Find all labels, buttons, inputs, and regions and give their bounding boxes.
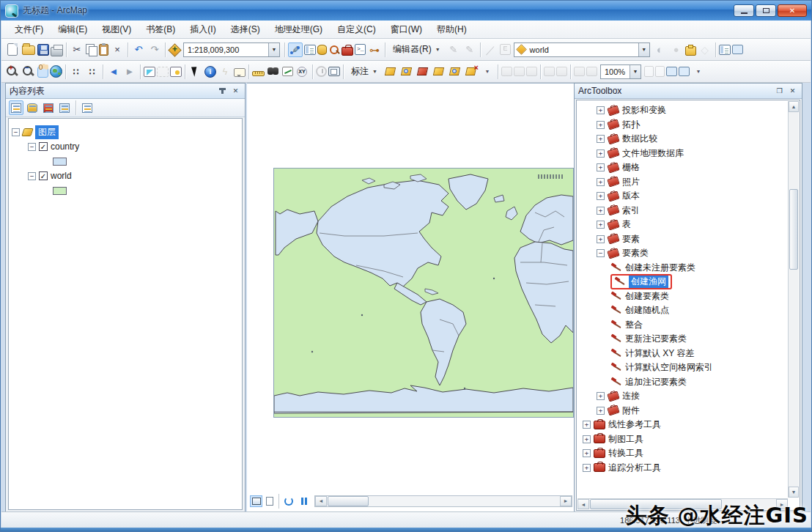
toolbox-toolset-row[interactable]: +附件 <box>578 404 787 418</box>
expand-icon[interactable]: + <box>597 121 605 129</box>
layout-zoom-out-icon[interactable] <box>514 67 525 76</box>
collapse-icon[interactable]: − <box>597 249 605 257</box>
toolset-label[interactable]: 投影和变换 <box>622 104 666 117</box>
toolbox-toolset-row[interactable]: +表 <box>578 218 787 232</box>
toolbox-toolset-row[interactable]: +连接 <box>578 389 787 404</box>
layout-zoom-100-icon[interactable] <box>586 67 597 76</box>
select-elements-icon[interactable] <box>188 64 203 79</box>
toolbox-toolset-row[interactable]: +栅格 <box>578 160 787 175</box>
expand-icon[interactable]: + <box>597 192 605 200</box>
catalog-window-icon[interactable] <box>317 45 327 55</box>
modelbuilder-icon[interactable]: ⊶ <box>367 43 382 57</box>
toolset-label[interactable]: 拓扑 <box>622 119 640 131</box>
scroll-down-icon[interactable]: ▼ <box>789 487 799 498</box>
layout-fixed-zoom-out-icon[interactable] <box>556 67 567 76</box>
attribute-table-window-icon[interactable] <box>719 45 731 55</box>
maximize-button[interactable] <box>756 4 776 17</box>
tool-label[interactable]: 计算默认 XY 容差 <box>625 347 694 360</box>
zoom-in-icon[interactable] <box>5 64 20 79</box>
template-properties-icon[interactable] <box>732 45 743 54</box>
menu-item-视图[interactable]: 视图(V) <box>95 21 139 38</box>
arctoolbox-window-icon[interactable] <box>342 47 353 56</box>
toolbox-toolbox-row[interactable]: +制图工具 <box>578 432 787 447</box>
menu-item-地理处理[interactable]: 地理处理(G) <box>267 21 330 38</box>
go-to-xy-icon[interactable]: XY <box>295 64 309 79</box>
new-document-icon[interactable] <box>7 43 18 56</box>
html-popup-icon[interactable] <box>234 68 246 77</box>
toolbox-tool-row[interactable]: 创建随机点 <box>578 303 787 318</box>
toolbox-toolset-row[interactable]: +索引 <box>578 204 787 218</box>
combo-dropdown-icon[interactable]: ▼ <box>268 43 279 56</box>
toolbox-toolset-row[interactable]: +版本 <box>578 189 787 204</box>
map-data-frame[interactable] <box>273 168 574 418</box>
undo-icon[interactable]: ↶ <box>131 43 146 57</box>
menu-item-插入[interactable]: 插入(I) <box>182 21 223 38</box>
menu-item-选择[interactable]: 选择(S) <box>224 21 267 38</box>
tool-label[interactable]: 追加注记要素类 <box>625 376 687 388</box>
toolbox-close-icon[interactable]: ✕ <box>787 86 798 96</box>
toolset-label[interactable]: 索引 <box>622 204 640 217</box>
layout-zoom-in-icon[interactable] <box>501 67 512 76</box>
time-slider-icon[interactable] <box>316 66 327 77</box>
expand-icon[interactable]: + <box>597 392 605 400</box>
scroll-left-icon[interactable]: ◄ <box>315 496 327 506</box>
copy-icon[interactable] <box>86 44 97 56</box>
editing-target-combo[interactable]: world▼ <box>514 43 650 57</box>
toolset-label[interactable]: 要素类 <box>622 247 649 259</box>
full-extent-icon[interactable] <box>50 65 62 78</box>
toolbox-tool-row[interactable]: 创建渔网 <box>578 275 787 289</box>
map-scale-combo[interactable]: 1:218,009,300▼ <box>183 43 280 57</box>
expand-icon[interactable]: − <box>12 128 20 136</box>
layer-symbol-swatch[interactable] <box>53 158 67 166</box>
toolbox-tool-row[interactable]: 计算默认 XY 容差 <box>578 347 787 361</box>
expand-icon[interactable]: + <box>583 449 591 457</box>
labeling-overflow-icon[interactable]: ▼ <box>480 64 495 79</box>
pan-icon[interactable] <box>37 66 48 78</box>
back-extent-icon[interactable]: ◄ <box>106 64 121 79</box>
cut-icon[interactable]: ✂ <box>70 43 84 57</box>
toolbox-toolset-row[interactable]: −要素类 <box>578 246 787 261</box>
toolset-label[interactable]: 线性参考工具 <box>608 418 661 431</box>
layout-zoom-whole-page-icon[interactable] <box>574 67 585 76</box>
combo-dropdown-icon[interactable]: ▼ <box>630 65 641 78</box>
forward-extent-icon[interactable]: ► <box>122 64 137 79</box>
select-features-icon[interactable] <box>144 67 155 77</box>
toolset-label[interactable]: 追踪分析工具 <box>608 462 661 474</box>
create-viewer-window-icon[interactable] <box>328 67 340 76</box>
layer-checkbox[interactable]: ✓ <box>39 142 48 151</box>
toolbox-tool-row[interactable]: 追加注记要素类 <box>578 375 787 390</box>
editing-target-combo-value[interactable]: world <box>526 45 638 54</box>
menu-item-文件[interactable]: 文件(F) <box>7 21 51 38</box>
data-driven-page-setup-icon[interactable] <box>679 67 690 76</box>
layout-fixed-zoom-in-icon[interactable] <box>544 67 555 76</box>
labeling-menu-button[interactable]: 标注▼ <box>346 64 383 79</box>
expand-icon[interactable]: + <box>597 221 605 229</box>
map-horizontal-scrollbar[interactable]: ◄ ► <box>314 495 572 507</box>
scroll-thumb[interactable] <box>789 189 798 270</box>
toggle-draft-mode-icon[interactable] <box>644 66 654 77</box>
tool-label[interactable]: 更新注记要素类 <box>625 333 687 345</box>
snapping-icon[interactable]: ◇ <box>698 43 712 57</box>
view-unplaced-labels-icon[interactable] <box>464 64 479 79</box>
scroll-up-icon[interactable]: ▲ <box>789 101 799 112</box>
list-by-selection-icon[interactable] <box>57 100 72 115</box>
options-icon[interactable] <box>80 100 95 115</box>
find-icon[interactable] <box>266 64 281 79</box>
expand-icon[interactable]: + <box>597 235 605 243</box>
layers-group-label[interactable]: 图层 <box>35 125 59 139</box>
toolset-label[interactable]: 表 <box>622 218 631 231</box>
focus-data-frame-icon[interactable] <box>655 66 665 77</box>
tool-label[interactable]: 创建渔网 <box>629 276 668 288</box>
edit-vertices-icon[interactable] <box>288 43 303 57</box>
toolbox-tool-row[interactable]: 更新注记要素类 <box>578 332 787 347</box>
fixed-zoom-in-icon[interactable]: ∷ <box>69 64 84 79</box>
toolset-label[interactable]: 附件 <box>622 404 640 417</box>
layout-zoom-combo-value[interactable]: 100% <box>601 67 630 76</box>
label-manager-icon[interactable] <box>383 64 398 79</box>
pin-icon[interactable] <box>217 86 228 96</box>
toolset-label[interactable]: 连接 <box>622 390 640 402</box>
expand-icon[interactable]: + <box>583 421 591 429</box>
label-weight-ranking-icon[interactable] <box>416 64 430 79</box>
restore-icon[interactable]: ❒ <box>774 86 785 96</box>
scroll-left-icon[interactable]: ◄ <box>577 499 589 509</box>
